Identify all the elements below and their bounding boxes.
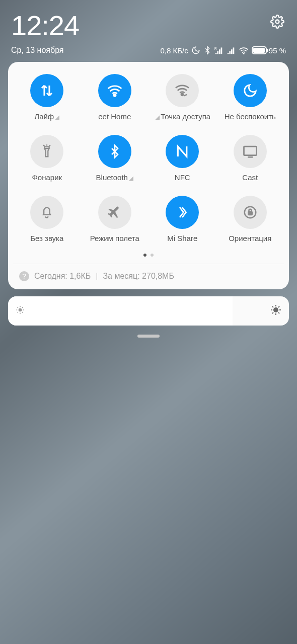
page-indicator: [13, 254, 284, 257]
tile-label: Cast: [242, 173, 258, 182]
tile-hotspot[interactable]: ◢Точка доступа: [148, 74, 216, 121]
brightness-low-icon: [15, 305, 25, 317]
svg-point-4: [181, 94, 183, 96]
mishare-icon: [175, 205, 190, 220]
tile-label: Режим полета: [90, 234, 139, 243]
svg-point-0: [276, 20, 279, 24]
tile-cast[interactable]: Cast: [216, 135, 284, 182]
tile-label: Ориентация: [229, 234, 271, 243]
tile-label: Лайф: [34, 112, 54, 121]
tile-label: Bluetooth: [96, 173, 128, 182]
drag-handle[interactable]: [137, 335, 160, 338]
tile-mobile-data[interactable]: Лайф◢: [13, 74, 81, 121]
flashlight-icon: [40, 144, 54, 159]
lock-rotation-icon: [243, 205, 258, 220]
clock: 12:24: [11, 9, 79, 42]
info-icon: ?: [19, 271, 29, 281]
signal-icon: R: [214, 46, 224, 54]
battery-indicator: 95 %: [252, 46, 286, 55]
tile-mute[interactable]: Без звука: [13, 196, 81, 243]
tile-label: Без звука: [30, 234, 63, 243]
tile-nfc[interactable]: NFC: [148, 135, 216, 182]
airplane-icon: [107, 205, 122, 220]
brightness-fill: [8, 296, 233, 326]
tile-label: eet Home: [98, 112, 131, 121]
tile-bluetooth[interactable]: Bluetooth◢: [81, 135, 149, 182]
brightness-high-icon: [270, 304, 282, 318]
tile-wifi[interactable]: eet Home: [81, 74, 149, 121]
svg-point-8: [19, 309, 22, 311]
wifi-icon: [239, 46, 249, 54]
battery-percent: 95 %: [269, 46, 286, 55]
moon-icon: [191, 46, 200, 55]
svg-point-3: [114, 94, 116, 96]
svg-rect-5: [244, 146, 256, 155]
tile-mishare[interactable]: Mi Share: [148, 196, 216, 243]
signal-icon-2: [227, 46, 236, 54]
svg-rect-7: [248, 212, 252, 215]
data-rate: 0,8 КБ/с: [161, 46, 188, 55]
svg-point-2: [243, 53, 244, 54]
date: Ср, 13 ноября: [11, 46, 64, 55]
gear-icon: [270, 15, 284, 29]
tile-dnd[interactable]: Не беспокоить: [216, 74, 284, 121]
svg-text:R: R: [214, 47, 217, 50]
tile-label: Не беспокоить: [225, 112, 276, 121]
status-bar: 0,8 КБ/с R 95 %: [161, 46, 286, 55]
tile-label: Mi Share: [167, 234, 197, 243]
brightness-slider[interactable]: [8, 296, 289, 326]
tile-label: Фонарик: [32, 173, 62, 182]
bell-icon: [40, 205, 54, 220]
tile-label: NFC: [175, 173, 190, 182]
tile-orientation[interactable]: Ориентация: [216, 196, 284, 243]
quick-settings-panel: Лайф◢ eet Home ◢Точка доступа Не беспоко…: [8, 62, 289, 289]
tile-airplane[interactable]: Режим полета: [81, 196, 149, 243]
cast-icon: [243, 145, 258, 158]
tile-flashlight[interactable]: Фонарик: [13, 135, 81, 182]
data-usage-row[interactable]: ? Сегодня: 1,6КБ | За месяц: 270,8МБ: [13, 264, 284, 282]
data-arrows-icon: [39, 83, 54, 98]
bluetooth-icon: [108, 144, 121, 159]
bluetooth-icon: [203, 46, 211, 55]
page-dot-active: [143, 254, 146, 257]
svg-point-9: [274, 308, 278, 312]
page-dot: [151, 254, 154, 257]
settings-button[interactable]: [269, 13, 286, 30]
wifi-icon: [107, 84, 123, 97]
moon-icon: [243, 83, 258, 98]
notification-shade: 12:24 Ср, 13 ноября 0,8 КБ/с R 95 %: [0, 0, 297, 55]
nfc-icon: [175, 144, 190, 159]
tile-label: Точка доступа: [161, 112, 210, 121]
hotspot-icon: [174, 84, 190, 97]
